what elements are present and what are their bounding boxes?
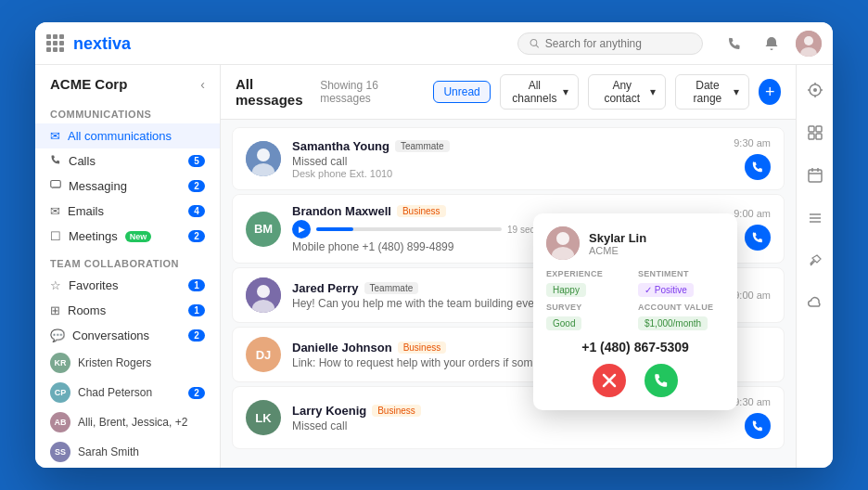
accept-call-btn[interactable] (645, 364, 678, 397)
conv-name-kristen: Kristen Rogers (78, 356, 151, 369)
rail-grid-icon[interactable] (801, 119, 829, 147)
any-contact-filter-btn[interactable]: Any contact ▾ (588, 74, 666, 110)
svg-rect-23 (816, 126, 822, 132)
popup-sentiment-cell: SENTIMENT ✓ Positive (638, 269, 724, 297)
unread-filter-btn[interactable]: Unread (433, 81, 490, 103)
main-content: All messages Showing 16 messages Unread … (221, 65, 796, 468)
conversations-icon: 💬 (50, 329, 65, 342)
msg-text-larry: Missed call (292, 419, 722, 432)
survey-value: Good (546, 316, 581, 330)
voicemail-progress-fill (316, 227, 353, 231)
messaging-icon (50, 179, 61, 193)
svg-line-2 (536, 45, 538, 46)
popup-phone: +1 (480) 867-5309 (546, 340, 724, 355)
call-btn-brandon[interactable] (745, 225, 771, 251)
msg-name-danielle: Danielle Johnson (292, 341, 392, 355)
favorites-label: Favorites (69, 278, 118, 292)
grid-menu-icon[interactable] (46, 34, 64, 52)
msg-avatar-danielle: DJ (246, 337, 281, 372)
call-btn-samantha[interactable] (745, 154, 771, 180)
voicemail-play-btn[interactable]: ▶ (292, 220, 311, 239)
sidebar-item-conversations[interactable]: 💬 Conversations 2 (35, 323, 220, 348)
rooms-icon: ⊞ (50, 303, 60, 317)
svg-rect-24 (809, 134, 814, 139)
popup-account-cell: ACCOUNT VALUE $1,000/month (638, 303, 724, 330)
sidebar-item-meetings[interactable]: ☐ Meetings New 2 (35, 224, 220, 249)
rail-cloud-icon[interactable] (801, 290, 829, 317)
msg-avatar-jared (246, 277, 281, 313)
popup-survey-cell: SURVEY Good (546, 303, 632, 330)
msg-name-brandon: Brandon Maxwell (292, 204, 391, 218)
meetings-badge: 2 (188, 230, 205, 242)
msg-meta-jared: 9:00 am (734, 290, 771, 301)
msg-time-larry: 9:30 am (734, 396, 771, 407)
all-comm-icon: ✉ (50, 129, 60, 143)
conv-kristen[interactable]: KR Kristen Rogers (35, 348, 220, 378)
sidebar-item-emails[interactable]: ✉ Emails 4 (35, 199, 220, 224)
main-area: ACME Corp ‹ Communications ✉ All communi… (35, 65, 833, 468)
svg-point-11 (556, 232, 569, 245)
sidebar-item-calls[interactable]: Calls 5 (35, 148, 220, 174)
search-input[interactable] (545, 37, 691, 50)
conv-alli[interactable]: AB Alli, Brent, Jessica, +2 (35, 407, 220, 437)
all-channels-filter-btn[interactable]: All channels ▾ (500, 74, 579, 110)
sidebar-item-messaging[interactable]: Messaging 2 (35, 174, 220, 199)
sidebar-item-rooms[interactable]: ⊞ Rooms 1 (35, 298, 220, 323)
conv-chad[interactable]: CP Chad Peterson 2 (35, 378, 220, 407)
messages-header: All messages Showing 16 messages Unread … (221, 65, 796, 120)
svg-point-8 (257, 148, 270, 161)
emails-icon: ✉ (50, 204, 60, 218)
conv-badge-chad: 2 (188, 387, 205, 399)
sentiment-value: ✓ Positive (638, 283, 694, 297)
showing-count: Showing 16 messages (320, 79, 415, 105)
conv-name-alli: Alli, Brent, Jessica, +2 (78, 416, 187, 429)
rail-list-icon[interactable] (801, 204, 829, 232)
svg-rect-26 (809, 170, 822, 182)
popup-experience-cell: EXPERIENCE Happy (546, 269, 632, 297)
rail-pin-icon[interactable] (801, 247, 829, 275)
msg-avatar-larry: LK (246, 400, 281, 435)
sidebar: ACME Corp ‹ Communications ✉ All communi… (35, 65, 221, 468)
sidebar-item-favorites[interactable]: ☆ Favorites 1 (35, 273, 220, 298)
decline-call-btn[interactable] (593, 364, 626, 397)
sidebar-item-all-communications[interactable]: ✉ All communications (35, 123, 220, 148)
team-section-label: Team collaboration (35, 249, 220, 273)
bell-nav-icon[interactable] (759, 31, 785, 57)
app-logo: nextiva (73, 33, 147, 54)
msg-meta-larry: 9:30 am (734, 396, 771, 439)
popup-contact-company: ACME (589, 245, 646, 256)
collapse-sidebar-btn[interactable]: ‹ (200, 77, 205, 92)
voicemail-time: 19 sec (507, 225, 534, 235)
sidebar-item-label: All communications (68, 129, 172, 143)
conversations-label: Conversations (72, 329, 149, 342)
popup-contact-info: Skylar Lin ACME (589, 231, 646, 256)
add-message-btn[interactable]: + (759, 79, 781, 105)
msg-subtext-samantha: Desk phone Ext. 1010 (292, 168, 722, 179)
experience-value: Happy (546, 283, 586, 297)
conv-avatar-chad: CP (50, 382, 70, 403)
sidebar-header: ACME Corp ‹ (35, 65, 220, 99)
phone-nav-icon[interactable] (721, 31, 747, 57)
date-range-filter-btn[interactable]: Date range ▾ (675, 74, 750, 110)
msg-body-samantha: Samantha Young Teammate Missed call Desk… (292, 139, 722, 179)
rail-target-icon[interactable] (801, 76, 829, 104)
user-avatar-nav[interactable] (796, 31, 822, 57)
calls-badge: 5 (188, 155, 205, 167)
msg-tag-danielle: Business (398, 342, 447, 354)
msg-meta-brandon: 9:00 am (734, 208, 771, 251)
messaging-label: Messaging (69, 179, 127, 193)
conv-name-sarah: Sarah Smith (78, 445, 139, 458)
rooms-badge: 1 (188, 304, 205, 316)
call-btn-larry[interactable] (745, 413, 771, 439)
msg-name-samantha: Samantha Young (292, 139, 389, 153)
sentiment-label: SENTIMENT (638, 269, 724, 278)
rail-calendar-icon[interactable] (801, 161, 829, 189)
msg-time-jared: 9:00 am (734, 290, 771, 301)
calls-icon (50, 154, 61, 168)
emails-badge: 4 (188, 205, 205, 217)
msg-tag-samantha: Teammate (395, 140, 450, 152)
conv-sarah[interactable]: SS Sarah Smith (35, 437, 220, 467)
conv-avatar-alli: AB (50, 412, 70, 432)
account-value: $1,000/month (638, 316, 708, 330)
search-bar[interactable] (517, 32, 703, 55)
